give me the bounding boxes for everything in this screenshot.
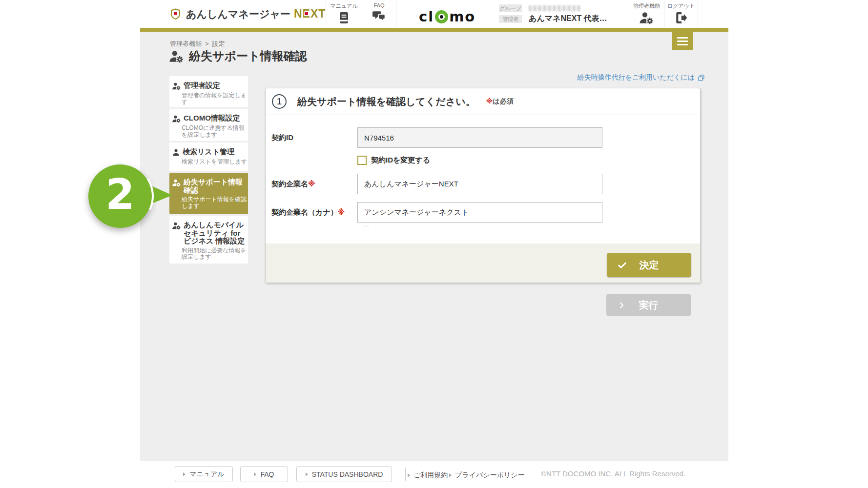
terms-link[interactable]: ご利用規約 [408, 471, 448, 480]
change-contract-id-checkbox[interactable] [357, 156, 367, 165]
breadcrumb-admin[interactable]: 管理者機能 [170, 40, 202, 47]
required-note: ※は必須 [486, 97, 514, 106]
logout-icon [674, 11, 688, 25]
arrow-right-icon [449, 473, 452, 477]
admin-name: あんマネNEXT 代表… [529, 14, 607, 24]
clomo-ring-icon [435, 10, 448, 23]
person-gear-icon [172, 222, 181, 230]
breadcrumb: 管理者機能>設定 [170, 40, 225, 48]
footer-status-dashboard-button[interactable]: STATUS DASHBOARD [296, 466, 392, 482]
person-gear-icon [172, 82, 181, 90]
manual-book-icon [337, 11, 351, 25]
change-contract-id-label: 契約IDを変更する [371, 156, 430, 165]
change-contract-id-checkbox-row: 契約IDを変更する [357, 156, 430, 165]
brand-accent-bar [140, 28, 728, 32]
form-panel: 1 紛失サポート情報を確認してください。 ※は必須 契約ID 契約IDを変更する… [265, 88, 701, 283]
page-title: 紛失サポート情報確認 [169, 48, 307, 64]
company-name-input[interactable] [357, 174, 602, 194]
app-logo-text: あんしんマネージャー [186, 7, 290, 21]
menu-button[interactable] [672, 32, 693, 50]
company-name-kana-row: 契約企業名（カナ）※ [271, 202, 602, 223]
faq-chat-icon [372, 9, 387, 23]
person-gear-icon [172, 179, 181, 187]
panel-heading: 紛失サポート情報を確認してください。 [297, 95, 475, 108]
arrow-right-icon [254, 472, 256, 476]
company-name-kana-input[interactable] [357, 202, 602, 223]
logo-red-dot [305, 12, 308, 15]
faq-button[interactable]: FAQ [362, 0, 396, 27]
admin-badge: 管理者 [499, 15, 522, 23]
app-logo-next: NEXT [294, 7, 326, 20]
company-name-label: 契約企業名※ [271, 180, 357, 189]
sidebar-item-search-list[interactable]: 検索リスト管理 検索リストを管理します [169, 142, 248, 171]
arrow-right-icon [306, 472, 308, 476]
accept-button[interactable]: 決定 [607, 253, 691, 277]
footer-faq-button[interactable]: FAQ [240, 466, 288, 482]
external-link-icon [698, 74, 705, 81]
contract-id-label: 契約ID [271, 133, 357, 142]
check-icon [618, 261, 627, 270]
admin-functions-button[interactable]: 管理者機能 [629, 0, 664, 27]
footer-divider [405, 468, 406, 481]
step-1-circle: 1 [272, 94, 287, 109]
admin-person-gear-icon [639, 11, 654, 25]
logout-button[interactable]: ログアウト [664, 0, 698, 27]
kana-spellcheck-dots: ... [364, 222, 369, 227]
app-logo[interactable]: あんしんマネージャー NEXT [169, 0, 326, 28]
panel-header: 1 紛失サポート情報を確認してください。 ※は必須 [266, 88, 700, 115]
clomo-logo: cl mo [419, 8, 475, 25]
contract-id-input[interactable] [357, 127, 602, 148]
title-person-gear-icon [169, 49, 184, 63]
company-name-kana-label: 契約企業名（カナ）※ [271, 208, 357, 217]
footer-manual-button[interactable]: マニュアル [175, 466, 233, 482]
breadcrumb-settings[interactable]: 設定 [212, 40, 225, 47]
arrow-right-icon [183, 472, 186, 476]
sidebar-item-lost-support[interactable]: 紛失サポート情報 確認 紛失サポート情報を確認 します [169, 173, 248, 214]
step-2-badge: 2 [88, 164, 152, 228]
lost-support-help-link[interactable]: 紛失時操作代行をご利用いただくには [577, 73, 705, 82]
sidebar-item-clomo-settings[interactable]: CLOMO情報設定 CLOMOに連携する情報 を設定します [169, 109, 248, 141]
account-info: グループ 管理者 あんマネNEXT 代表… [499, 4, 607, 25]
app-header: あんしんマネージャー NEXT マニュアル FAQ cl mo グループ 管理者… [0, 0, 868, 28]
execute-button[interactable]: 実行 [606, 294, 691, 316]
sidebar-item-mobile-security[interactable]: あんしんモバイル セキュリティ for ビジネス 情報設定 利用開始に必要な情報… [169, 216, 248, 264]
page-footer: マニュアル FAQ STATUS DASHBOARD ご利用規約 プライバシーポ… [0, 461, 868, 488]
arrow-right-icon [408, 473, 410, 477]
shield-logo-icon [169, 7, 182, 21]
person-gear-icon [172, 115, 181, 123]
sidebar: 管理者設定 管理者の情報を設定しま す CLOMO情報設定 CLOMOに連携する… [169, 76, 248, 264]
contract-id-row: 契約ID [271, 127, 602, 148]
person-icon [172, 148, 180, 157]
privacy-link[interactable]: プライバシーポリシー [449, 471, 525, 480]
copyright-text: ©NTT DOCOMO INC. ALL Rights Reserved. [541, 469, 685, 478]
chevron-right-icon [618, 302, 625, 309]
group-value-redacted [529, 5, 580, 11]
group-badge: グループ [499, 4, 522, 12]
content-area: 管理者機能>設定 紛失サポート情報確認 紛失時操作代行をご利用いただくには 管理… [140, 32, 728, 461]
manual-button[interactable]: マニュアル [326, 0, 362, 27]
company-name-row: 契約企業名※ [271, 174, 602, 194]
sidebar-item-admin-settings[interactable]: 管理者設定 管理者の情報を設定しま す [169, 76, 248, 107]
